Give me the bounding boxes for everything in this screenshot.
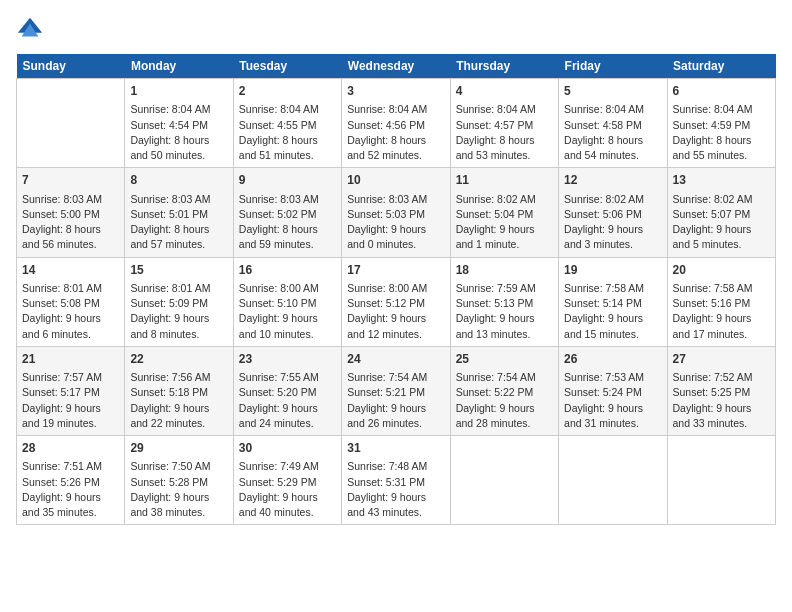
day-number: 2 bbox=[239, 83, 336, 100]
weekday-header-row: SundayMondayTuesdayWednesdayThursdayFrid… bbox=[17, 54, 776, 79]
calendar-cell: 28Sunrise: 7:51 AMSunset: 5:26 PMDayligh… bbox=[17, 436, 125, 525]
day-detail: Sunrise: 8:02 AMSunset: 5:06 PMDaylight:… bbox=[564, 192, 661, 253]
weekday-header-sunday: Sunday bbox=[17, 54, 125, 79]
day-detail: Sunrise: 7:49 AMSunset: 5:29 PMDaylight:… bbox=[239, 459, 336, 520]
calendar-cell: 20Sunrise: 7:58 AMSunset: 5:16 PMDayligh… bbox=[667, 257, 775, 346]
day-detail: Sunrise: 8:00 AMSunset: 5:12 PMDaylight:… bbox=[347, 281, 444, 342]
day-detail: Sunrise: 8:04 AMSunset: 4:54 PMDaylight:… bbox=[130, 102, 227, 163]
day-detail: Sunrise: 8:03 AMSunset: 5:03 PMDaylight:… bbox=[347, 192, 444, 253]
day-detail: Sunrise: 7:57 AMSunset: 5:17 PMDaylight:… bbox=[22, 370, 119, 431]
calendar-table: SundayMondayTuesdayWednesdayThursdayFrid… bbox=[16, 54, 776, 525]
day-number: 27 bbox=[673, 351, 770, 368]
day-detail: Sunrise: 7:56 AMSunset: 5:18 PMDaylight:… bbox=[130, 370, 227, 431]
day-detail: Sunrise: 8:04 AMSunset: 4:57 PMDaylight:… bbox=[456, 102, 553, 163]
week-row-3: 14Sunrise: 8:01 AMSunset: 5:08 PMDayligh… bbox=[17, 257, 776, 346]
calendar-cell: 10Sunrise: 8:03 AMSunset: 5:03 PMDayligh… bbox=[342, 168, 450, 257]
day-detail: Sunrise: 8:01 AMSunset: 5:08 PMDaylight:… bbox=[22, 281, 119, 342]
day-number: 6 bbox=[673, 83, 770, 100]
day-number: 4 bbox=[456, 83, 553, 100]
calendar-cell: 30Sunrise: 7:49 AMSunset: 5:29 PMDayligh… bbox=[233, 436, 341, 525]
calendar-cell: 2Sunrise: 8:04 AMSunset: 4:55 PMDaylight… bbox=[233, 79, 341, 168]
weekday-header-wednesday: Wednesday bbox=[342, 54, 450, 79]
day-number: 20 bbox=[673, 262, 770, 279]
day-number: 22 bbox=[130, 351, 227, 368]
day-number: 21 bbox=[22, 351, 119, 368]
day-number: 25 bbox=[456, 351, 553, 368]
day-detail: Sunrise: 8:04 AMSunset: 4:56 PMDaylight:… bbox=[347, 102, 444, 163]
day-detail: Sunrise: 8:02 AMSunset: 5:07 PMDaylight:… bbox=[673, 192, 770, 253]
day-detail: Sunrise: 8:00 AMSunset: 5:10 PMDaylight:… bbox=[239, 281, 336, 342]
calendar-cell: 24Sunrise: 7:54 AMSunset: 5:21 PMDayligh… bbox=[342, 346, 450, 435]
calendar-cell: 9Sunrise: 8:03 AMSunset: 5:02 PMDaylight… bbox=[233, 168, 341, 257]
day-number: 13 bbox=[673, 172, 770, 189]
day-number: 24 bbox=[347, 351, 444, 368]
day-number: 31 bbox=[347, 440, 444, 457]
calendar-cell: 11Sunrise: 8:02 AMSunset: 5:04 PMDayligh… bbox=[450, 168, 558, 257]
day-number: 9 bbox=[239, 172, 336, 189]
day-detail: Sunrise: 8:02 AMSunset: 5:04 PMDaylight:… bbox=[456, 192, 553, 253]
logo-icon bbox=[16, 16, 44, 44]
weekday-header-saturday: Saturday bbox=[667, 54, 775, 79]
calendar-cell bbox=[559, 436, 667, 525]
day-number: 30 bbox=[239, 440, 336, 457]
day-detail: Sunrise: 7:52 AMSunset: 5:25 PMDaylight:… bbox=[673, 370, 770, 431]
day-detail: Sunrise: 7:59 AMSunset: 5:13 PMDaylight:… bbox=[456, 281, 553, 342]
day-detail: Sunrise: 7:54 AMSunset: 5:21 PMDaylight:… bbox=[347, 370, 444, 431]
weekday-header-friday: Friday bbox=[559, 54, 667, 79]
logo bbox=[16, 16, 48, 44]
day-number: 28 bbox=[22, 440, 119, 457]
calendar-cell: 5Sunrise: 8:04 AMSunset: 4:58 PMDaylight… bbox=[559, 79, 667, 168]
weekday-header-tuesday: Tuesday bbox=[233, 54, 341, 79]
day-number: 1 bbox=[130, 83, 227, 100]
day-number: 29 bbox=[130, 440, 227, 457]
calendar-cell: 22Sunrise: 7:56 AMSunset: 5:18 PMDayligh… bbox=[125, 346, 233, 435]
day-number: 18 bbox=[456, 262, 553, 279]
day-number: 15 bbox=[130, 262, 227, 279]
page-header bbox=[16, 16, 776, 44]
calendar-cell: 12Sunrise: 8:02 AMSunset: 5:06 PMDayligh… bbox=[559, 168, 667, 257]
day-detail: Sunrise: 8:03 AMSunset: 5:00 PMDaylight:… bbox=[22, 192, 119, 253]
week-row-2: 7Sunrise: 8:03 AMSunset: 5:00 PMDaylight… bbox=[17, 168, 776, 257]
day-detail: Sunrise: 8:04 AMSunset: 4:59 PMDaylight:… bbox=[673, 102, 770, 163]
calendar-cell: 23Sunrise: 7:55 AMSunset: 5:20 PMDayligh… bbox=[233, 346, 341, 435]
day-number: 11 bbox=[456, 172, 553, 189]
day-number: 10 bbox=[347, 172, 444, 189]
calendar-cell bbox=[450, 436, 558, 525]
weekday-header-thursday: Thursday bbox=[450, 54, 558, 79]
calendar-cell: 4Sunrise: 8:04 AMSunset: 4:57 PMDaylight… bbox=[450, 79, 558, 168]
day-number: 17 bbox=[347, 262, 444, 279]
day-detail: Sunrise: 8:03 AMSunset: 5:01 PMDaylight:… bbox=[130, 192, 227, 253]
week-row-5: 28Sunrise: 7:51 AMSunset: 5:26 PMDayligh… bbox=[17, 436, 776, 525]
day-detail: Sunrise: 8:04 AMSunset: 4:58 PMDaylight:… bbox=[564, 102, 661, 163]
day-number: 19 bbox=[564, 262, 661, 279]
day-detail: Sunrise: 8:04 AMSunset: 4:55 PMDaylight:… bbox=[239, 102, 336, 163]
day-number: 26 bbox=[564, 351, 661, 368]
calendar-cell: 19Sunrise: 7:58 AMSunset: 5:14 PMDayligh… bbox=[559, 257, 667, 346]
day-detail: Sunrise: 7:54 AMSunset: 5:22 PMDaylight:… bbox=[456, 370, 553, 431]
calendar-cell: 18Sunrise: 7:59 AMSunset: 5:13 PMDayligh… bbox=[450, 257, 558, 346]
weekday-header-monday: Monday bbox=[125, 54, 233, 79]
day-detail: Sunrise: 8:01 AMSunset: 5:09 PMDaylight:… bbox=[130, 281, 227, 342]
calendar-cell: 13Sunrise: 8:02 AMSunset: 5:07 PMDayligh… bbox=[667, 168, 775, 257]
calendar-cell: 31Sunrise: 7:48 AMSunset: 5:31 PMDayligh… bbox=[342, 436, 450, 525]
calendar-cell: 26Sunrise: 7:53 AMSunset: 5:24 PMDayligh… bbox=[559, 346, 667, 435]
day-detail: Sunrise: 7:58 AMSunset: 5:14 PMDaylight:… bbox=[564, 281, 661, 342]
day-number: 3 bbox=[347, 83, 444, 100]
calendar-cell: 1Sunrise: 8:04 AMSunset: 4:54 PMDaylight… bbox=[125, 79, 233, 168]
week-row-4: 21Sunrise: 7:57 AMSunset: 5:17 PMDayligh… bbox=[17, 346, 776, 435]
day-detail: Sunrise: 8:03 AMSunset: 5:02 PMDaylight:… bbox=[239, 192, 336, 253]
day-number: 14 bbox=[22, 262, 119, 279]
day-detail: Sunrise: 7:50 AMSunset: 5:28 PMDaylight:… bbox=[130, 459, 227, 520]
calendar-cell: 25Sunrise: 7:54 AMSunset: 5:22 PMDayligh… bbox=[450, 346, 558, 435]
day-number: 5 bbox=[564, 83, 661, 100]
calendar-cell: 27Sunrise: 7:52 AMSunset: 5:25 PMDayligh… bbox=[667, 346, 775, 435]
day-detail: Sunrise: 7:48 AMSunset: 5:31 PMDaylight:… bbox=[347, 459, 444, 520]
calendar-cell bbox=[667, 436, 775, 525]
calendar-cell: 17Sunrise: 8:00 AMSunset: 5:12 PMDayligh… bbox=[342, 257, 450, 346]
calendar-cell: 15Sunrise: 8:01 AMSunset: 5:09 PMDayligh… bbox=[125, 257, 233, 346]
calendar-cell: 8Sunrise: 8:03 AMSunset: 5:01 PMDaylight… bbox=[125, 168, 233, 257]
day-number: 8 bbox=[130, 172, 227, 189]
calendar-cell bbox=[17, 79, 125, 168]
calendar-cell: 14Sunrise: 8:01 AMSunset: 5:08 PMDayligh… bbox=[17, 257, 125, 346]
day-number: 7 bbox=[22, 172, 119, 189]
